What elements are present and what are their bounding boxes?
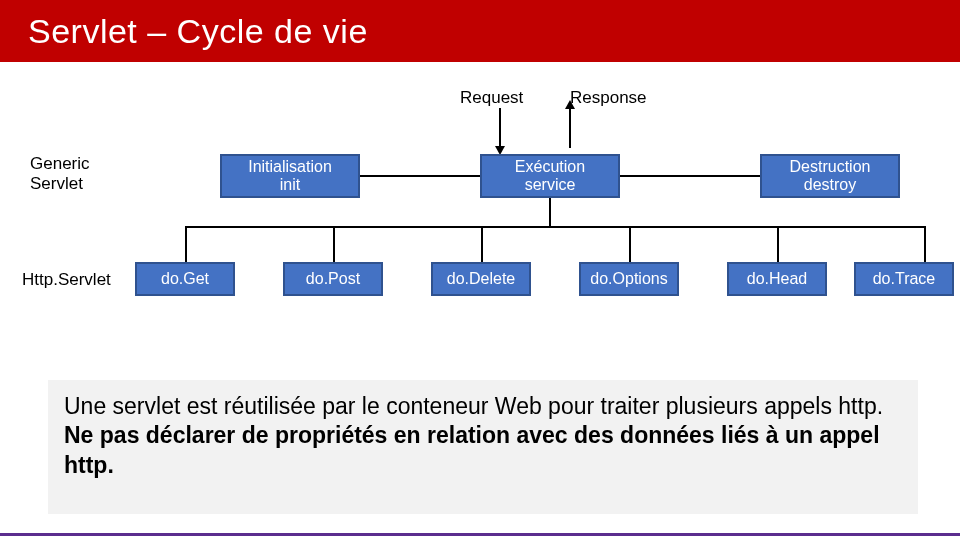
label-response: Response — [570, 88, 647, 108]
method-dohead: do.Head — [727, 262, 827, 296]
request-arrow-line — [499, 108, 501, 148]
phase-init: Initialisation init — [220, 154, 360, 198]
connector-exec-stem — [549, 198, 551, 228]
phase-exec-line2: service — [525, 176, 576, 194]
method-dotrace: do.Trace — [854, 262, 954, 296]
phase-init-line1: Initialisation — [248, 158, 332, 176]
phase-exec-line1: Exécution — [515, 158, 585, 176]
connector-exec-destroy — [620, 175, 760, 177]
method-dotrace-text: do.Trace — [873, 270, 936, 288]
phase-destroy: Destruction destroy — [760, 154, 900, 198]
label-http-servlet: Http.Servlet — [22, 270, 111, 290]
footer-accent — [0, 533, 960, 536]
method-dodelete: do.Delete — [431, 262, 531, 296]
method-dodelete-text: do.Delete — [447, 270, 516, 288]
slide-title: Servlet – Cycle de vie — [28, 12, 368, 51]
phase-destroy-line2: destroy — [804, 176, 856, 194]
method-dopost-text: do.Post — [306, 270, 360, 288]
drop-dopost — [333, 226, 335, 266]
lifecycle-diagram: Request Response Generic Servlet Initial… — [0, 62, 960, 352]
method-dooptions-text: do.Options — [590, 270, 667, 288]
drop-dooptions — [629, 226, 631, 266]
connector-bus — [185, 226, 925, 228]
note-bold: Ne pas déclarer de propriétés en relatio… — [64, 422, 880, 477]
response-arrow-line — [569, 108, 571, 148]
response-arrow-head — [565, 100, 575, 109]
slide-note: Une servlet est réutilisée par le conten… — [48, 380, 918, 514]
note-part1: Une servlet est réutilisée par le conten… — [64, 393, 883, 419]
drop-doget — [185, 226, 187, 266]
phase-exec: Exécution service — [480, 154, 620, 198]
drop-dodelete — [481, 226, 483, 266]
drop-dotrace — [924, 226, 926, 266]
slide-header: Servlet – Cycle de vie — [0, 0, 960, 62]
label-generic-line1: Generic — [30, 154, 90, 174]
phase-init-line2: init — [280, 176, 300, 194]
method-dohead-text: do.Head — [747, 270, 808, 288]
label-generic-servlet: Generic Servlet — [30, 154, 90, 195]
method-dopost: do.Post — [283, 262, 383, 296]
method-doget: do.Get — [135, 262, 235, 296]
label-generic-line2: Servlet — [30, 174, 90, 194]
method-doget-text: do.Get — [161, 270, 209, 288]
method-dooptions: do.Options — [579, 262, 679, 296]
connector-init-exec — [360, 175, 480, 177]
label-request: Request — [460, 88, 523, 108]
phase-destroy-line1: Destruction — [790, 158, 871, 176]
drop-dohead — [777, 226, 779, 266]
